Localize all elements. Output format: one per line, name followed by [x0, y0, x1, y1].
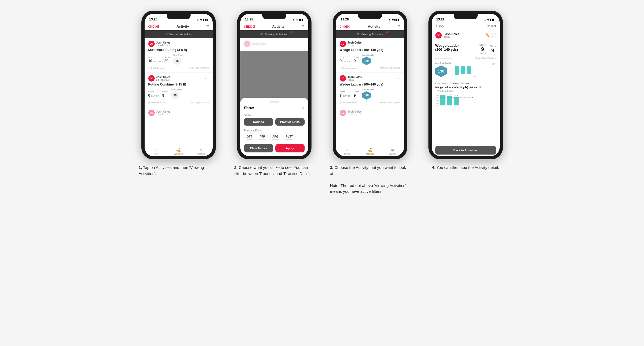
card-dots-3-2[interactable]: ··· — [396, 76, 400, 80]
modal-show-label-2: Show — [244, 113, 305, 117]
logo-1: clippd — [148, 24, 159, 28]
pill-arg-2[interactable]: ARG — [270, 134, 281, 140]
app-nav-3: clippd Activity ≡ — [336, 22, 404, 30]
bottom-nav-home-1[interactable]: ⌂ Home — [145, 148, 167, 155]
modal-header-2: Show ✕ — [244, 105, 305, 110]
svg-rect-0 — [455, 66, 459, 75]
detail-bar-svg-4: 140 120 100 80 60 132 — [435, 94, 478, 108]
status-time-2: 13:21 — [245, 18, 253, 21]
phone-notch-3 — [358, 14, 382, 19]
quality-hex-3-2: 118 — [362, 91, 371, 100]
toggle-practice-2[interactable]: Practice Drills — [275, 118, 305, 126]
filter-bar-text-1: ⊙ Viewing Activities — [165, 32, 192, 36]
detail-header-4: < Back Cancel — [432, 22, 500, 30]
card-title-1-2: Putting Combine (3-15 ft) — [148, 83, 209, 86]
svg-point-18 — [472, 97, 473, 98]
clear-filters-btn-2[interactable]: Clear Filters — [244, 144, 273, 152]
expand-icon-4[interactable]: ⛶ — [492, 33, 496, 37]
description-4: 4. You can then see the Activity detail. — [432, 165, 499, 171]
phone-shell-1: 13:20 ▲ ⊛ ▮▮▮ clippd Activity ≡ ⊙ — [141, 11, 216, 159]
status-icons-3: ▲ ⊛ ▮▮▮ — [388, 18, 399, 21]
phone-shell-4: 13:21 ▲ ⊛ ▮▮▮ < Back Cancel JC Josh Cole… — [428, 11, 503, 159]
card-dots-3-1[interactable]: ··· — [396, 42, 400, 46]
bar-chart-svg-4: 132 129 124 — [454, 65, 475, 75]
filter-bar-3[interactable]: ⊙ Viewing Activities — [336, 30, 404, 38]
edit-icon-4[interactable]: ✏️ — [486, 33, 490, 37]
filter-bar-1[interactable]: ⊙ Viewing Activities — [145, 30, 213, 38]
description-3: 3. Choose the Activity that you want to … — [330, 165, 410, 195]
pill-app-2[interactable]: APP — [257, 134, 268, 140]
activity-card-1-1[interactable]: JC Josh Coles 28 Feb 2023 ··· Must Make … — [145, 38, 213, 72]
phone-screen-3: 13:20 ▲ ⊛ ▮▮▮ clippd Activity ≡ ⊙ Viewin… — [336, 14, 404, 156]
modal-handle-2 — [270, 101, 279, 102]
quality-hex-1-1: 75 — [173, 57, 182, 65]
svg-rect-12 — [447, 96, 452, 105]
description-1: 1. Tap on Activities and then 'Viewing A… — [139, 165, 218, 177]
nav-menu-3[interactable]: ≡ — [398, 24, 400, 29]
filter-bar-2[interactable]: ⊙ Viewing Activities — [240, 30, 308, 38]
svg-text:132: 132 — [441, 94, 444, 95]
card-title-3-1: Wedge Ladder (100–140 yds) — [340, 48, 400, 52]
home-icon-1: ⌂ — [155, 148, 157, 152]
status-time-3: 13:20 — [341, 18, 349, 21]
card-title-1-1: Must Make Putting (3-6 ft) — [148, 48, 209, 52]
svg-rect-2 — [467, 66, 471, 74]
back-to-activities-btn-4[interactable]: Back to Activities — [435, 146, 496, 155]
toggle-rounds-2[interactable]: Rounds — [244, 118, 273, 126]
phone-screen-1: 13:20 ▲ ⊛ ▮▮▮ clippd Activity ≡ ⊙ — [145, 14, 213, 156]
chart-bar-area-4: 132 129 124 — [454, 65, 496, 75]
logo-2: clippd — [244, 24, 255, 28]
phone-section-3: 13:20 ▲ ⊛ ▮▮▮ clippd Activity ≡ ⊙ Viewin… — [327, 11, 413, 195]
phone-screen-2: 13:21 ▲ ⊛ ▮▮▮ clippd Activity ≡ ⊙ Viewin… — [240, 14, 308, 156]
practice-drills-label-2: Practice Drills — [244, 129, 305, 132]
filter-modal-overlay-2: Show ✕ Show Rounds Practice Drills Pract… — [240, 51, 308, 156]
filter-modal-2: Show ✕ Show Rounds Practice Drills Pract… — [240, 98, 308, 156]
bottom-nav-activities-3[interactable]: ⛳ Activities — [359, 148, 381, 155]
pill-ott-2[interactable]: OTT — [244, 134, 255, 140]
modal-close-2[interactable]: ✕ — [301, 105, 305, 110]
activities-icon-1: ⛳ — [176, 148, 181, 152]
pill-putt-2[interactable]: PUTT — [283, 134, 296, 140]
user-name-1-2: Josh Coles — [156, 76, 170, 79]
activity-card-1-2[interactable]: JC Josh Coles 28 Feb 2023 ··· Putting Co… — [145, 72, 213, 107]
bottom-nav-activities-1[interactable]: ⛳ Activities — [167, 148, 190, 155]
phone-notch-4 — [454, 14, 478, 19]
bottom-nav-1: ⌂ Home ⛳ Activities ⊕ Capture — [145, 146, 213, 156]
activity-card-3-2[interactable]: JC Josh Coles Today ··· Wedge Ladder (10… — [336, 72, 404, 107]
app-nav-2: clippd Activity ≡ — [240, 22, 308, 30]
user-name-1-1: Josh Coles — [156, 41, 170, 44]
detail-main-4: Wedge Ladder (100–140 yds) Score 9 OUT O… — [432, 41, 500, 144]
modal-actions-2: Clear Filters Apply — [244, 144, 305, 152]
cancel-button-4[interactable]: Cancel — [487, 24, 496, 28]
nav-menu-1[interactable]: ≡ — [206, 24, 209, 29]
activity-card-3-3: JC Josh Coles 28 Feb 2023 — [336, 107, 404, 120]
card-header-1-1: JC Josh Coles 28 Feb 2023 ··· — [148, 41, 209, 47]
detail-user-row-4: JC Josh Coles Today ✏️ ⛶ — [432, 30, 500, 41]
avatar-4: JC — [435, 32, 442, 39]
bottom-nav-capture-1[interactable]: ⊕ Capture — [190, 148, 212, 155]
modal-title-2: Show — [244, 106, 254, 110]
card-footer-1-1: ⓘ Test Information Data: Clippd Capture — [148, 67, 209, 70]
filter-bar-text-3: ⊙ Viewing Activities — [357, 32, 383, 36]
card-dots-1-1[interactable]: ··· — [205, 42, 209, 46]
phone-shell-3: 13:20 ▲ ⊛ ▮▮▮ clippd Activity ≡ ⊙ Viewin… — [333, 11, 407, 159]
phone-section-1: 13:20 ▲ ⊛ ▮▮▮ clippd Activity ≡ ⊙ — [136, 11, 221, 195]
logo-3: clippd — [340, 24, 351, 28]
user-info-1-1: JC Josh Coles 28 Feb 2023 — [148, 41, 170, 47]
avatar-1-1: JC — [148, 41, 155, 47]
svg-text:140: 140 — [435, 94, 439, 96]
quality-hex-1-2: 45 — [171, 91, 179, 100]
card-title-3-2: Wedge Ladder (100–140 yds) — [340, 83, 400, 86]
bottom-nav-capture-3[interactable]: ⊕ Capture — [381, 148, 404, 155]
phone-shell-2: 13:21 ▲ ⊛ ▮▮▮ clippd Activity ≡ ⊙ Viewin… — [237, 11, 312, 159]
nav-title-3: Activity — [368, 24, 380, 28]
activity-card-3-1[interactable]: JC Josh Coles Today ··· Wedge Ladder (10… — [336, 38, 404, 72]
nav-menu-2[interactable]: ≡ — [302, 24, 304, 29]
pill-row-2: OTT APP ARG PUTT — [244, 134, 305, 140]
card-dots-1-2[interactable]: ··· — [205, 76, 209, 80]
bottom-nav-home-3[interactable]: ⌂ Home — [336, 148, 359, 155]
back-button-4[interactable]: < Back — [435, 24, 444, 28]
status-icons-2: ▲ ⊛ ▮▮▮ — [292, 18, 303, 21]
status-time-1: 13:20 — [149, 18, 158, 21]
apply-btn-2[interactable]: Apply — [275, 144, 305, 152]
